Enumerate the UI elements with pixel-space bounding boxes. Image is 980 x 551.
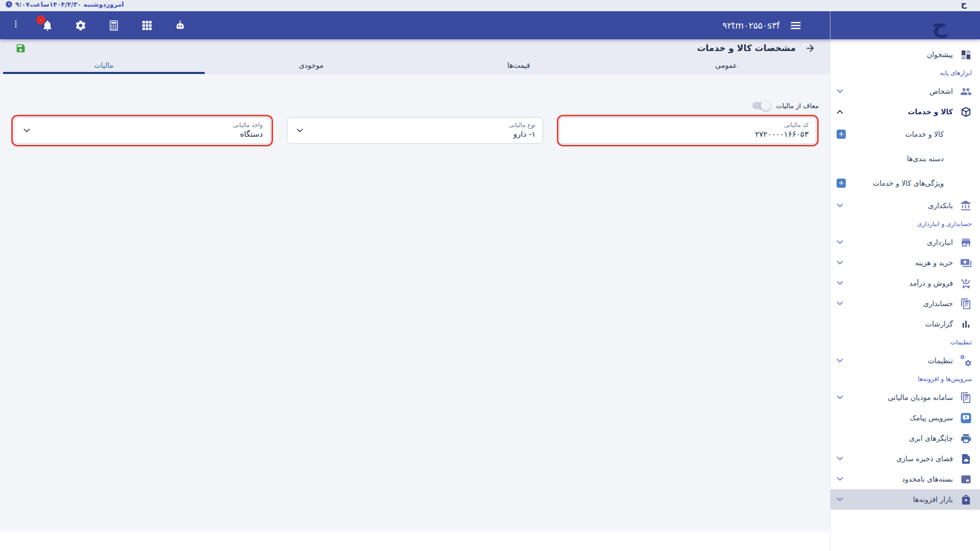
date-text: امروزدوشنبه ۱۴۰۴/۴/۳۰ساعت۹:۰۷	[15, 1, 124, 8]
chevron-down-icon[interactable]	[837, 302, 843, 306]
sidebar-item[interactable]: پیشخوان	[830, 44, 980, 65]
chevron-down-icon[interactable]	[837, 281, 843, 285]
sidebar-subitem[interactable]: کالا و خدمات+	[830, 122, 980, 146]
exempt-toggle-switch[interactable]	[751, 101, 771, 111]
tab-bar: عمومیقیمت‌هاموجودیمالیات	[0, 57, 830, 74]
chevron-down-icon[interactable]	[837, 477, 843, 481]
sidebar-item[interactable]: گزارشات	[830, 314, 980, 334]
brand-logo: ح	[932, 11, 947, 39]
sidebar-subitem-label: دسته بندی‌ها	[907, 155, 944, 163]
tab-2[interactable]: موجودی	[208, 57, 415, 73]
field-value: دستگاه	[21, 130, 263, 139]
sidebar-item[interactable]: تنظیمات	[830, 350, 980, 371]
sidebar-item[interactable]: فروش و درآمد	[830, 273, 980, 293]
dashboard-icon	[960, 49, 972, 61]
toggle-knob	[761, 101, 771, 111]
sidebar-item[interactable]: بسته‌های نامحدود	[830, 469, 980, 489]
quick-add-button[interactable]: +	[837, 130, 846, 139]
content-header: مشخصات کالا و خدمات	[0, 39, 830, 57]
chevron-down-icon[interactable]	[837, 261, 843, 265]
chevron-down-icon[interactable]	[837, 497, 843, 502]
sidebar-section-label: ابزارهای پایه	[830, 65, 980, 81]
chevron-down-icon[interactable]	[837, 395, 843, 399]
workspace-id: ۹۲tm۰۲۵۵۰s۳f	[722, 20, 780, 31]
sidebar-item-label: سامانه مودیان مالیاتی	[888, 393, 953, 402]
chevron-down-icon[interactable]	[837, 89, 843, 93]
field-value: ۲۷۲۰۰۰۰۱۶۶۰۵۳	[567, 130, 808, 139]
sidebar-item-label: سرویس پیامک	[910, 414, 953, 422]
sidebar-item[interactable]: چاپگرهای ابری	[830, 428, 980, 448]
sidebar-subitem[interactable]: ویژگی‌های کالا و خدمات+	[830, 171, 980, 195]
sidebar-item[interactable]: حسابداری	[830, 293, 980, 314]
sidebar-subitem-label: ویژگی‌های کالا و خدمات	[873, 179, 944, 187]
field-wrap: نوع مالیاتی۱- دارو	[284, 115, 546, 146]
chevron-down-icon[interactable]	[837, 240, 843, 244]
bank-icon	[960, 200, 972, 212]
footer-band	[0, 532, 830, 551]
sidebar-item[interactable]: فضای ذخیره سازی	[830, 448, 980, 469]
sidebar-item[interactable]: بانکداری	[830, 195, 980, 216]
select-field-2[interactable]: واحد مالیاتیدستگاه	[14, 117, 271, 144]
sidebar-item[interactable]: سامانه مودیان مالیاتی	[830, 387, 980, 408]
sidebar-subitem[interactable]: دسته بندی‌ها	[830, 146, 980, 171]
sidebar-item-label: انبارداری	[927, 238, 953, 246]
chevron-down-icon[interactable]	[837, 204, 843, 208]
notification-badge: ۰	[36, 15, 45, 24]
quick-add-button[interactable]: +	[837, 179, 846, 188]
chevron-up-icon[interactable]	[837, 110, 843, 114]
sidebar-item-label: تنظیمات	[928, 357, 953, 365]
tab-0[interactable]: عمومی	[623, 57, 830, 73]
tax-docs-icon	[960, 392, 972, 404]
sidebar-item-label: بانکداری	[928, 202, 953, 210]
tax-tab-panel: معاف از مالیات کد مالیاتی۲۷۲۰۰۰۰۱۶۶۰۵۳نو…	[0, 74, 830, 532]
save-button[interactable]	[15, 43, 26, 54]
sidebar-item[interactable]: کالا و خدمات	[830, 102, 980, 122]
navbar-main: ۹۲tm۰۲۵۵۰s۳f ۰	[0, 11, 830, 39]
main-content: مشخصات کالا و خدمات عمومیقیمت‌هاموجودیما…	[0, 39, 830, 551]
back-arrow-icon[interactable]	[805, 43, 816, 54]
settings-gear-icon[interactable]	[75, 19, 87, 32]
hamburger-menu-icon[interactable]	[789, 19, 802, 32]
sidebar-item-label: پیشخوان	[927, 51, 953, 59]
tab-3[interactable]: مالیات	[0, 57, 208, 73]
sidebar-item[interactable]: خرید و هزینه	[830, 253, 980, 273]
people-icon	[960, 86, 972, 97]
assistant-robot-icon[interactable]	[174, 19, 186, 32]
exempt-toggle-label: معاف از مالیات	[776, 102, 819, 110]
cube-icon	[960, 106, 972, 118]
sidebar-item-label: گزارشات	[925, 320, 953, 328]
chevron-down-icon[interactable]	[837, 359, 843, 363]
current-date: امروزدوشنبه ۱۴۰۴/۴/۳۰ساعت۹:۰۷	[5, 1, 124, 8]
cloud-storage-icon	[960, 453, 972, 465]
tab-label: قیمت‌ها	[507, 61, 530, 69]
sidebar-section-label: تنظیمات	[830, 334, 980, 350]
clock-icon	[5, 1, 13, 8]
app-body: پیشخوانابزارهای پایهاشخاصکالا و خدماتکال…	[0, 39, 980, 551]
tab-1[interactable]: قیمت‌ها	[415, 57, 623, 73]
chevron-down-icon	[297, 129, 303, 133]
select-field-1[interactable]: نوع مالیاتی۱- دارو	[287, 117, 544, 144]
field-label: نوع مالیاتی	[295, 121, 536, 129]
highlight-ring: واحد مالیاتیدستگاه	[11, 115, 273, 146]
marketplace-icon	[960, 494, 972, 506]
payments-icon	[960, 257, 972, 269]
sidebar-navigation: پیشخوانابزارهای پایهاشخاصکالا و خدماتکال…	[830, 39, 980, 551]
text-field-0[interactable]: کد مالیاتی۲۷۲۰۰۰۰۱۶۶۰۵۳	[559, 117, 816, 144]
bar-chart-icon	[960, 318, 972, 330]
packages-icon	[960, 473, 972, 485]
sidebar-item-label: چاپگرهای ابری	[909, 434, 953, 442]
apps-grid-icon[interactable]	[141, 19, 153, 32]
kebab-menu-icon[interactable]	[11, 19, 20, 32]
chevron-down-icon[interactable]	[837, 457, 843, 461]
sidebar-item[interactable]: سرویس پیامک	[830, 408, 980, 428]
tab-label: موجودی	[299, 61, 324, 69]
brand-logo-small: ح	[961, 0, 967, 9]
status-strip: امروزدوشنبه ۱۴۰۴/۴/۳۰ساعت۹:۰۷ ح	[0, 0, 980, 11]
field-value: ۱- دارو	[295, 130, 536, 139]
sidebar-item[interactable]: انبارداری	[830, 232, 980, 253]
calculator-icon[interactable]	[108, 19, 120, 32]
notifications-bell-icon[interactable]: ۰	[41, 19, 54, 32]
sidebar-item[interactable]: اشخاص	[830, 81, 980, 102]
sidebar-item[interactable]: بازار افزونه‌ها	[830, 489, 980, 510]
gears-icon	[960, 355, 972, 367]
